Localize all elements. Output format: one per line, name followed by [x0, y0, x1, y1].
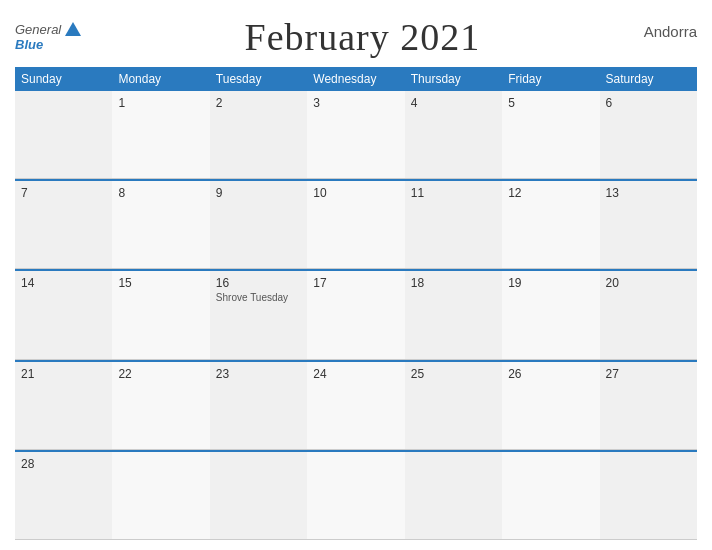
day-cell: 19	[502, 271, 599, 358]
event-label: Shrove Tuesday	[216, 292, 301, 303]
day-cell	[15, 91, 112, 178]
day-cell: 10	[307, 181, 404, 268]
day-number: 15	[118, 276, 203, 290]
day-number: 8	[118, 186, 203, 200]
day-cell: 16Shrove Tuesday	[210, 271, 307, 358]
day-number: 21	[21, 367, 106, 381]
day-cell: 28	[15, 452, 112, 539]
calendar-title: February 2021	[245, 15, 481, 59]
day-number: 3	[313, 96, 398, 110]
header-saturday: Saturday	[600, 67, 697, 91]
day-number: 25	[411, 367, 496, 381]
day-number: 19	[508, 276, 593, 290]
day-cell: 27	[600, 362, 697, 449]
day-number: 18	[411, 276, 496, 290]
day-cell: 8	[112, 181, 209, 268]
day-cell: 14	[15, 271, 112, 358]
day-number: 20	[606, 276, 691, 290]
day-cell: 6	[600, 91, 697, 178]
day-cell: 24	[307, 362, 404, 449]
day-cell: 9	[210, 181, 307, 268]
day-cell: 12	[502, 181, 599, 268]
day-cell: 20	[600, 271, 697, 358]
day-number: 26	[508, 367, 593, 381]
day-cell: 21	[15, 362, 112, 449]
day-number: 12	[508, 186, 593, 200]
day-cell: 11	[405, 181, 502, 268]
day-cell: 7	[15, 181, 112, 268]
day-cell: 5	[502, 91, 599, 178]
days-header: Sunday Monday Tuesday Wednesday Thursday…	[15, 67, 697, 91]
day-cell: 2	[210, 91, 307, 178]
day-cell: 26	[502, 362, 599, 449]
day-cell	[112, 452, 209, 539]
day-number: 16	[216, 276, 301, 290]
day-cell	[307, 452, 404, 539]
day-number: 9	[216, 186, 301, 200]
day-cell: 15	[112, 271, 209, 358]
calendar-grid: 12345678910111213141516Shrove Tuesday171…	[15, 91, 697, 540]
day-number: 5	[508, 96, 593, 110]
day-cell: 18	[405, 271, 502, 358]
day-cell	[502, 452, 599, 539]
day-cell: 25	[405, 362, 502, 449]
day-number: 7	[21, 186, 106, 200]
header-thursday: Thursday	[405, 67, 502, 91]
header-friday: Friday	[502, 67, 599, 91]
day-number: 10	[313, 186, 398, 200]
day-cell	[210, 452, 307, 539]
day-number: 22	[118, 367, 203, 381]
week-row-4: 28	[15, 450, 697, 540]
day-cell: 1	[112, 91, 209, 178]
week-row-1: 78910111213	[15, 179, 697, 269]
logo-general: General	[15, 23, 61, 37]
country-label: Andorra	[644, 23, 697, 40]
day-number: 13	[606, 186, 691, 200]
logo-triangle-icon	[65, 22, 81, 36]
day-number: 23	[216, 367, 301, 381]
week-row-3: 21222324252627	[15, 360, 697, 450]
day-cell	[600, 452, 697, 539]
day-number: 14	[21, 276, 106, 290]
calendar-container: General Blue February 2021 Andorra Sunda…	[0, 0, 712, 550]
day-number: 11	[411, 186, 496, 200]
day-number: 17	[313, 276, 398, 290]
day-number: 28	[21, 457, 106, 471]
day-number: 24	[313, 367, 398, 381]
day-number: 6	[606, 96, 691, 110]
header-wednesday: Wednesday	[307, 67, 404, 91]
day-cell: 17	[307, 271, 404, 358]
logo: General Blue	[15, 22, 81, 52]
week-row-0: 123456	[15, 91, 697, 179]
day-cell: 13	[600, 181, 697, 268]
logo-blue: Blue	[15, 38, 43, 52]
week-row-2: 141516Shrove Tuesday17181920	[15, 269, 697, 359]
calendar-header: General Blue February 2021 Andorra	[15, 10, 697, 67]
day-number: 2	[216, 96, 301, 110]
day-number: 27	[606, 367, 691, 381]
header-tuesday: Tuesday	[210, 67, 307, 91]
header-monday: Monday	[112, 67, 209, 91]
day-number: 4	[411, 96, 496, 110]
day-cell: 3	[307, 91, 404, 178]
day-number: 1	[118, 96, 203, 110]
day-cell	[405, 452, 502, 539]
header-sunday: Sunday	[15, 67, 112, 91]
day-cell: 22	[112, 362, 209, 449]
day-cell: 23	[210, 362, 307, 449]
day-cell: 4	[405, 91, 502, 178]
